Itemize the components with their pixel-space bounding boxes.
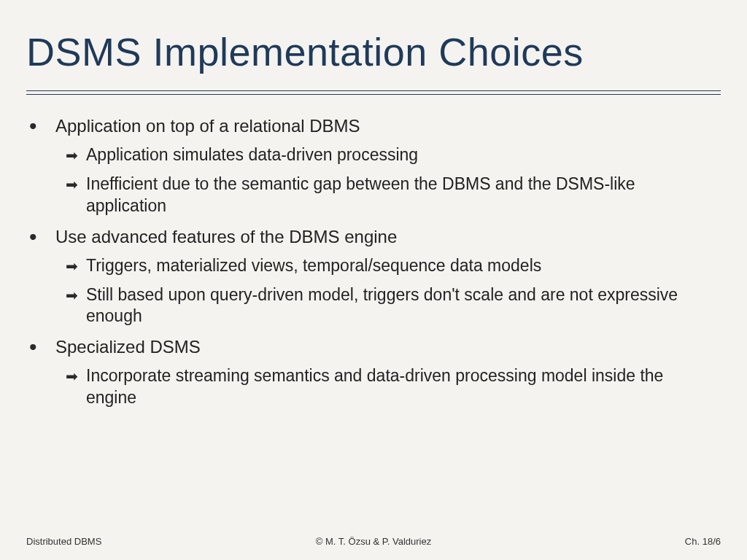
bullet-item: • Application on top of a relational DBM… [29,115,721,137]
sub-bullet-text: Application simulates data-driven proces… [86,144,425,166]
sub-bullet-item: ➡ Still based upon query-driven model, t… [66,284,721,328]
bullet-text: Application on top of a relational DBMS [55,115,360,137]
bullet-dot-icon: • [29,118,55,134]
bullet-item: • Use advanced features of the DBMS engi… [29,226,721,248]
arrow-right-icon: ➡ [66,286,86,305]
footer-right: Ch. 18/6 [685,536,721,547]
arrow-right-icon: ➡ [66,175,86,194]
sub-bullet-item: ➡ Triggers, materialized views, temporal… [66,255,721,277]
bullet-text: Use advanced features of the DBMS engine [55,226,397,248]
bullet-dot-icon: • [29,229,55,245]
footer: Distributed DBMS © M. T. Özsu & P. Valdu… [26,536,721,547]
arrow-right-icon: ➡ [66,146,86,165]
sub-bullet-item: ➡ Inefficient due to the semantic gap be… [66,174,721,217]
sub-bullet-text: Triggers, materialized views, temporal/s… [86,255,549,277]
bullet-dot-icon: • [29,339,55,355]
footer-left: Distributed DBMS [26,536,101,547]
slide-title: DSMS Implementation Choices [26,29,721,74]
sub-bullet-text: Still based upon query-driven model, tri… [86,284,721,328]
bullet-item: • Specialized DSMS [29,336,721,358]
title-rule-bottom [26,94,721,95]
content-area: • Application on top of a relational DBM… [26,115,721,409]
bullet-text: Specialized DSMS [55,336,201,358]
arrow-right-icon: ➡ [66,367,86,386]
footer-center: © M. T. Özsu & P. Valduriez [316,536,431,547]
sub-bullet-item: ➡ Incorporate streaming semantics and da… [66,365,721,409]
slide: DSMS Implementation Choices • Applicatio… [0,0,747,560]
title-rule-top [26,90,721,91]
sub-bullet-item: ➡ Application simulates data-driven proc… [66,144,721,166]
sub-bullet-text: Inefficient due to the semantic gap betw… [86,174,721,217]
sub-bullet-text: Incorporate streaming semantics and data… [86,365,721,409]
arrow-right-icon: ➡ [66,257,86,276]
